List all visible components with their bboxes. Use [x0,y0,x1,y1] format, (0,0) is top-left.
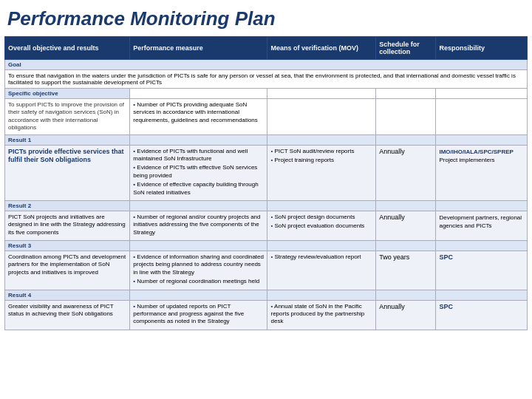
result2-row: PICT SoN projects and initiatives are de… [5,211,528,240]
header-performance: Performance measure [130,37,267,60]
result2-text: PICT SoN projects and initiatives are de… [5,211,130,240]
result3-label: Result 3 [5,241,130,251]
result1-bullets-cell: Evidence of PICTs with functional and we… [130,145,267,200]
specific-objective-row: To support PICTs to improve the provisio… [5,99,528,135]
result4-desc: Greater visibility and awareness of PICT… [8,303,114,317]
result3-label-row: Result 3 [5,241,528,251]
result4-bullet-1: Number of updated reports on PICT perfor… [133,303,264,326]
result3-means-cell: Strategy review/evaluation report [267,251,376,290]
header-overall: Overall objective and results [5,37,130,60]
result1-bullet-1: Evidence of PICTs with functional and we… [133,148,264,163]
result1-schedule: Annually [376,145,436,200]
result1-resp: Project implementers [439,157,494,163]
result1-means-1: PICT SoN audit/review reports [270,148,372,155]
result1-responsibility: IMO/IHO/IALA/SPC/SPREP Project implement… [436,145,528,200]
result4-row: Greater visibility and awareness of PICT… [5,300,528,330]
specific-objective-label: Specific objective [5,89,130,99]
result3-bullets-cell: Evidence of information sharing and coor… [130,251,267,290]
header-means: Means of verification (MOV) [267,37,376,60]
result2-bullet-1: Number of regional and/or country projec… [133,214,264,236]
result3-means-1: Strategy review/evaluation report [270,253,372,261]
specific-bullet-1: Number of PICTs providing adequate SoN s… [133,101,264,124]
result4-means-1: Annual state of SoN in the Pacific repor… [270,303,372,326]
result4-bullets-cell: Number of updated reports on PICT perfor… [130,300,267,330]
result1-row: PICTs provide effective services that fu… [5,145,528,200]
table-header: Overall objective and results Performanc… [5,37,528,60]
result1-text: PICTs provide effective services that fu… [5,145,130,200]
result2-bullets-cell: Number of regional and/or country projec… [130,211,267,240]
result2-label: Result 2 [5,200,130,211]
goal-text-row: To ensure that navigation in the waters … [5,70,528,89]
result2-desc: PICT SoN projects and initiatives are de… [8,214,126,236]
result3-bullet-1: Evidence of information sharing and coor… [133,253,264,276]
result1-means-2: Project training reports [270,157,372,164]
result4-label-row: Result 4 [5,290,528,300]
specific-obj-text: To support PICTs to improve the provisio… [5,99,130,135]
result3-bullet-2: Number of regional coordination meetings… [133,278,264,285]
result4-responsibility: SPC [436,300,528,330]
result4-means-cell: Annual state of SoN in the Pacific repor… [267,300,376,330]
goal-text: To ensure that navigation in the waters … [5,70,528,89]
result2-schedule: Annually [376,211,436,240]
result1-label-row: Result 1 [5,134,528,145]
header-responsibility: Responsibility [436,37,528,60]
result2-label-row: Result 2 [5,200,528,211]
result3-schedule: Two years [376,251,436,290]
result4-text: Greater visibility and awareness of PICT… [5,300,130,330]
result1-resp-bold: IMO/IHO/IALA/SPC/SPREP [439,149,513,155]
result1-bold: PICTs provide effective services that fu… [8,148,123,164]
result1-bullet-2: Evidence of PICTs with effective SoN ser… [133,164,264,180]
result2-means-cell: SoN project design documents SoN project… [267,211,376,240]
page-title: Performance Monitoring Plan [0,0,532,36]
result4-label: Result 4 [5,290,130,300]
result3-text: Coordination among PICTs and development… [5,251,130,290]
result3-row: Coordination among PICTs and development… [5,251,528,290]
result1-means-cell: PICT SoN audit/review reports Project tr… [267,145,376,200]
result1-bullet-3: Evidence of effective capacity building … [133,181,264,197]
result2-means-1: SoN project design documents [270,214,372,221]
specific-bullets-cell: Number of PICTs providing adequate SoN s… [130,99,267,135]
header-schedule: Schedule for collection [376,37,436,60]
result2-means-2: SoN project evaluation documents [270,222,372,230]
result1-label: Result 1 [5,134,130,145]
specific-label-row: Specific objective [5,89,528,99]
result2-responsibility: Development partners, regional agencies … [436,211,528,240]
goal-label-row: Goal [5,60,528,70]
result4-schedule: Annually [376,300,436,330]
goal-label: Goal [5,60,528,70]
result3-desc: Coordination among PICTs and development… [8,253,126,276]
result3-responsibility: SPC [436,251,528,290]
